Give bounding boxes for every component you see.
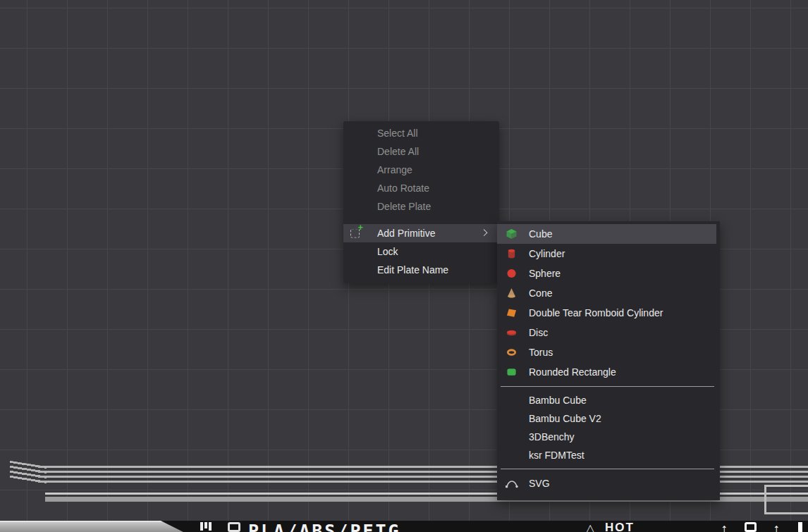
submenu-item-cylinder[interactable]: Cylinder [497, 244, 720, 264]
plate-filament-text: PLA/ABS/PETG [248, 521, 401, 532]
add-primitive-icon: + [350, 229, 360, 238]
plate-arrow-up-icon: ↑ [721, 521, 728, 532]
submenu-item-label: Cube [529, 228, 552, 240]
submenu-item-label: Rounded Rectangle [529, 366, 616, 378]
submenu-item-disc[interactable]: Disc [497, 323, 720, 342]
menu-item-label: Add Primitive [377, 228, 435, 239]
plate-context-menu: Select All Delete All Arrange Auto Rotat… [343, 121, 499, 283]
plate-type-icon [228, 522, 240, 532]
menu-item-label: Lock [377, 246, 398, 257]
submenu-item-sphere[interactable]: Sphere [497, 264, 720, 283]
plate-box-icon [745, 522, 757, 532]
plate-front-strip: PLA/ABS/PETG △ HOT ↑ ↑ [0, 521, 808, 532]
menu-item-label: Select All [377, 128, 418, 139]
submenu-item-label: Bambu Cube V2 [529, 413, 601, 424]
submenu-item-label: Sphere [529, 268, 561, 279]
cube-icon [506, 229, 517, 240]
submenu-arrow-icon [481, 229, 488, 236]
menu-item-label: Arrange [377, 164, 412, 175]
menu-item-edit-plate-name[interactable]: Edit Plate Name [343, 261, 499, 279]
menu-item-delete-all: Delete All [343, 142, 499, 161]
menu-item-auto-rotate: Auto Rotate [343, 179, 499, 197]
add-primitive-submenu: Cube Cylinder Sphere Cone Double Tear Ro [497, 221, 720, 500]
submenu-item-label: Disc [529, 327, 548, 338]
plate-arrow-up-icon: ↑ [773, 521, 780, 532]
plate-name-tab[interactable] [0, 521, 183, 532]
submenu-item-rounded-rectangle[interactable]: Rounded Rectangle [497, 362, 720, 382]
menu-item-select-all: Select All [343, 124, 499, 142]
submenu-item-label: Cone [529, 287, 552, 299]
submenu-separator [501, 469, 714, 469]
submenu-item-label: Torus [529, 347, 553, 358]
submenu-item-torus[interactable]: Torus [497, 342, 720, 362]
menu-item-label: Delete Plate [377, 201, 431, 212]
submenu-item-label: Double Tear Romboid Cylinder [529, 307, 663, 318]
bambu-logo-icon [200, 522, 212, 531]
submenu-item-label: Bambu Cube [529, 395, 587, 406]
submenu-item-label: ksr FDMTest [529, 450, 584, 461]
submenu-item-double-tear-romboid-cylinder[interactable]: Double Tear Romboid Cylinder [497, 303, 720, 323]
menu-item-label: Edit Plate Name [377, 264, 448, 276]
cone-icon [506, 288, 517, 299]
hot-label: HOT [605, 521, 635, 532]
submenu-item-label: SVG [529, 478, 550, 489]
hot-warning-icon: △ [586, 521, 594, 532]
rounded-rectangle-icon [506, 367, 517, 378]
menu-separator [343, 216, 499, 224]
submenu-item-bambu-cube-v2[interactable]: Bambu Cube V2 [497, 409, 720, 428]
menu-item-add-primitive[interactable]: + Add Primitive [343, 224, 499, 242]
rhomboid-cylinder-icon [506, 308, 517, 318]
cylinder-icon [506, 249, 517, 259]
menu-item-delete-plate: Delete Plate [343, 197, 499, 216]
submenu-item-label: 3DBenchy [529, 431, 575, 443]
sphere-icon [506, 268, 517, 279]
submenu-separator [501, 386, 714, 387]
submenu-item-ksr-fdmtest[interactable]: ksr FDMTest [497, 446, 720, 464]
3d-viewport[interactable]: PLA/ABS/PETG △ HOT ↑ ↑ Select All Delete… [0, 0, 808, 532]
disc-icon [506, 328, 517, 338]
menu-item-lock[interactable]: Lock [343, 242, 499, 261]
submenu-item-cone[interactable]: Cone [497, 283, 720, 303]
svg-curve-icon [505, 478, 519, 489]
menu-item-arrange: Arrange [343, 161, 499, 179]
submenu-item-cube[interactable]: Cube [497, 224, 716, 244]
menu-item-label: Auto Rotate [377, 183, 429, 194]
menu-item-label: Delete All [377, 146, 419, 157]
plate-edge-mark [798, 522, 802, 532]
submenu-item-svg[interactable]: SVG [497, 474, 720, 493]
submenu-item-label: Cylinder [529, 248, 565, 259]
plus-icon: + [357, 223, 363, 232]
submenu-item-bambu-cube[interactable]: Bambu Cube [497, 391, 720, 409]
submenu-item-3dbenchy[interactable]: 3DBenchy [497, 428, 720, 446]
bed-corner-marker [764, 485, 808, 514]
torus-icon [506, 347, 517, 358]
